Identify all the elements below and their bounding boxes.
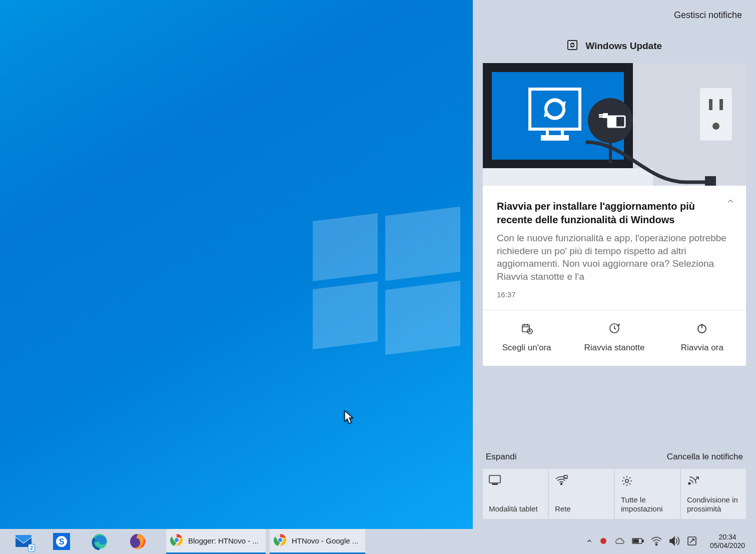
restart-now-button[interactable]: Riavvia ora (658, 310, 746, 366)
nearby-share-icon (687, 475, 740, 486)
manage-notifications-link[interactable]: Gestisci notifiche (674, 10, 742, 20)
svg-point-19 (625, 479, 628, 482)
restart-tonight-button[interactable]: Riavvia stanotte (570, 310, 658, 366)
tray-volume-icon[interactable] (669, 536, 680, 547)
power-cord-icon (586, 137, 716, 186)
svg-point-20 (688, 482, 690, 484)
taskbar-app-label: Blogger: HTNovo - ... (188, 536, 259, 545)
qa-all-settings[interactable]: Tutte le impostazioni (615, 469, 680, 519)
chrome-icon (170, 533, 183, 548)
expand-quick-actions-link[interactable]: Espandi (486, 452, 516, 462)
mouse-cursor-icon (344, 410, 354, 426)
power-icon (661, 322, 743, 337)
restart-clock-icon (573, 322, 655, 337)
svg-rect-16 (492, 484, 497, 485)
svg-rect-34 (642, 540, 643, 542)
power-outlet-icon (700, 88, 732, 141)
notification-hero-image (483, 63, 746, 186)
taskbar-app-blogger[interactable]: Blogger: HTNovo - ... (166, 529, 266, 554)
edge-app-button[interactable] (90, 532, 109, 551)
update-icon (567, 40, 578, 53)
tray-wifi-icon[interactable] (651, 536, 662, 547)
chrome-icon (274, 533, 287, 548)
notification-time: 16:37 (497, 290, 732, 299)
tray-onedrive-icon[interactable] (614, 537, 625, 546)
windows-logo-watermark (313, 205, 463, 355)
qa-nearby-sharing[interactable]: Condivisione in prossimità (681, 469, 746, 519)
notification-title: Riavvia per installare l'aggiornamento p… (497, 200, 732, 227)
svg-rect-0 (568, 41, 577, 50)
qa-tablet-mode[interactable]: Modalità tablet (483, 469, 548, 519)
svg-rect-6 (608, 116, 616, 127)
svg-rect-35 (633, 539, 638, 542)
tray-input-mode-icon[interactable] (687, 536, 697, 547)
svg-rect-7 (603, 113, 608, 118)
taskbar-app-label: HTNovo - Google ... (292, 536, 358, 545)
notification-card[interactable]: Riavvia per installare l'aggiornamento p… (483, 63, 746, 366)
svg-point-32 (600, 538, 606, 544)
svg-rect-15 (489, 475, 500, 483)
svg-text:S: S (59, 537, 65, 546)
taskbar-app-google[interactable]: HTNovo - Google ... (270, 529, 365, 554)
notification-body: Con le nuove funzionalità e app, l'opera… (497, 232, 732, 283)
calendar-clock-icon (485, 322, 568, 337)
desktop-wallpaper[interactable] (0, 0, 473, 529)
taskbar-clock[interactable]: 20:34 05/04/2020 (710, 533, 745, 550)
tray-battery-icon[interactable] (632, 537, 644, 546)
skype-app-button[interactable]: S (52, 532, 71, 551)
svg-rect-10 (705, 176, 716, 186)
tray-overflow-button[interactable] (586, 537, 593, 546)
clear-notifications-link[interactable]: Cancella le notifiche (667, 452, 743, 462)
firefox-app-button[interactable] (128, 532, 147, 551)
chevron-up-icon[interactable] (726, 197, 735, 208)
action-center-panel: Gestisci notifiche Windows Update (473, 0, 756, 529)
svg-point-36 (655, 543, 657, 545)
mail-badge: 2 (28, 544, 35, 552)
pick-time-button[interactable]: Scegli un'ora (483, 310, 570, 366)
svg-point-28 (175, 538, 179, 542)
qa-network[interactable]: Rete (549, 469, 614, 519)
svg-rect-9 (599, 116, 603, 118)
mail-app-button[interactable]: 2 (14, 532, 33, 551)
notification-app-header: Windows Update (473, 25, 756, 63)
wifi-lock-icon (555, 475, 608, 486)
svg-rect-11 (522, 325, 529, 332)
tray-recording-icon[interactable] (600, 537, 607, 546)
tablet-icon (489, 475, 542, 486)
gear-icon (621, 475, 674, 486)
svg-rect-8 (599, 114, 603, 116)
svg-point-31 (278, 538, 282, 542)
taskbar: 2 S Blogger: HTNovo - ... HTN (0, 529, 756, 554)
svg-point-17 (560, 483, 562, 484)
